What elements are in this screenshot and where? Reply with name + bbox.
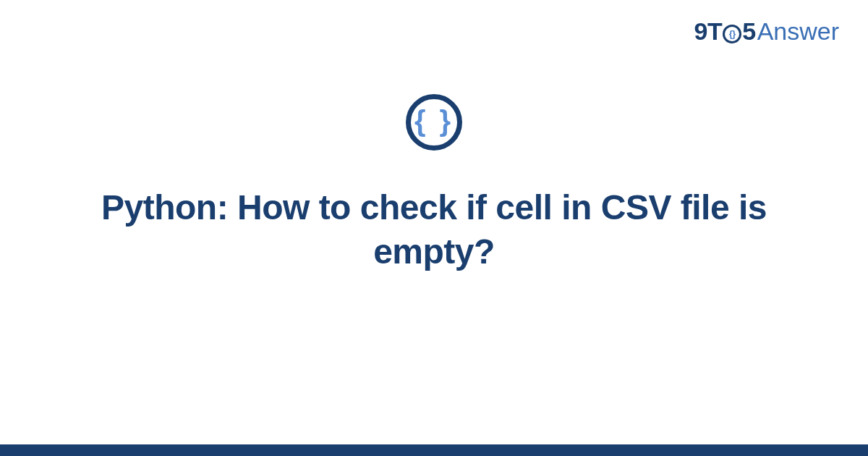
logo-inner-glyph: {} (729, 29, 736, 38)
braces-glyph: { } (414, 106, 454, 135)
main-content: { } Python: How to check if cell in CSV … (0, 94, 868, 274)
page-title: Python: How to check if cell in CSV file… (101, 185, 767, 274)
logo-text-5: 5 (742, 17, 755, 46)
logo-circle-o: {} (723, 25, 741, 43)
logo-text-9t: 9T (694, 17, 723, 46)
logo-prefix: 9T {} 5 (694, 17, 756, 46)
logo-word-answer: Answer (757, 17, 839, 46)
code-braces-icon: { } (406, 94, 462, 151)
brand-logo: 9T {} 5 Answer (694, 17, 839, 46)
footer-accent-bar (0, 444, 868, 456)
